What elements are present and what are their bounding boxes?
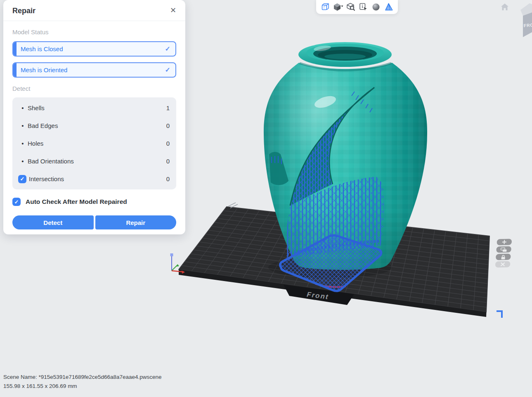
detect-value: 0 <box>166 140 170 147</box>
auto-check-row: ✓ Auto Check After Model Repaired <box>12 198 176 206</box>
select-info-button[interactable] <box>358 2 369 12</box>
view-cube-label: FRONT <box>523 22 532 28</box>
scene-meta: Scene Name: *915e5391e71689fe2ce5d66a8a7… <box>3 373 162 391</box>
scene-dimensions-text: 155.98 x 161.55 x 206.69 mm <box>3 382 162 391</box>
detect-label: Bad Edges <box>28 122 166 129</box>
dropdown-arrow-icon <box>341 6 343 7</box>
model-zoom-button[interactable] <box>345 2 356 12</box>
remove-plate-icon <box>500 262 506 267</box>
duplicate-plate-icon <box>500 247 508 252</box>
bullet-icon: • <box>19 158 26 165</box>
view-toolbar <box>316 0 398 14</box>
detect-label: Bad Orientations <box>28 158 166 165</box>
detect-list: • Shells 1 • Bad Edges 0 • Holes 0 • Bad… <box>12 97 176 189</box>
repair-button[interactable]: Repair <box>95 215 177 229</box>
bullet-icon: • <box>19 140 26 147</box>
plate-actions <box>495 239 512 268</box>
detect-row-intersections: ✓ Intersections 0 <box>19 170 170 188</box>
bullet-icon: • <box>19 122 26 129</box>
detect-button[interactable]: Detect <box>12 215 94 229</box>
checkbox-check-icon: ✓ <box>14 199 19 205</box>
detect-value: 1 <box>166 104 170 111</box>
perspective-view-icon <box>321 2 330 12</box>
detect-row-bad-edges: • Bad Edges 0 <box>19 117 170 135</box>
dialog-body: Model Status Mesh is Closed ✓ Mesh is Or… <box>3 28 185 229</box>
detect-section-label: Detect <box>12 85 176 92</box>
view-cube[interactable]: FRONT <box>520 3 532 37</box>
status-mesh-closed: Mesh is Closed ✓ <box>12 41 176 57</box>
selection-corner-bracket <box>497 310 503 318</box>
scene-name-text: Scene Name: *915e5391e71689fe2ce5d66a8a7… <box>3 373 162 382</box>
shading-mode-button[interactable] <box>333 2 343 12</box>
repair-dialog: Repair ✕ Model Status Mesh is Closed ✓ M… <box>3 0 185 234</box>
bullet-icon: • <box>19 104 26 111</box>
status-accent-bar <box>13 63 17 77</box>
remove-plate-button[interactable] <box>495 261 511 268</box>
check-icon: ✓ <box>165 66 170 74</box>
detect-row-shells: • Shells 1 <box>19 99 170 117</box>
detect-value: 0 <box>166 122 170 129</box>
slice-view-icon <box>384 2 393 12</box>
detect-value: 0 <box>166 158 170 165</box>
dialog-title: Repair <box>12 7 35 15</box>
detect-value: 0 <box>166 175 170 182</box>
status-accent-bar <box>13 42 17 56</box>
slice-view-button[interactable] <box>383 2 394 12</box>
intersections-checkbox[interactable]: ✓ <box>18 175 26 183</box>
add-plate-button[interactable] <box>497 239 512 246</box>
z-axis-head <box>170 253 173 256</box>
vase-rim <box>298 42 392 67</box>
select-info-icon <box>359 2 368 12</box>
detect-label: Intersections <box>29 175 166 182</box>
lock-plate-icon <box>500 254 507 259</box>
auto-check-label: Auto Check After Model Repaired <box>26 198 127 206</box>
home-icon <box>500 2 510 12</box>
home-view-button[interactable] <box>499 2 510 13</box>
material-sphere-button[interactable] <box>371 2 381 12</box>
detect-label: Holes <box>28 140 166 147</box>
detect-row-bad-orientations: • Bad Orientations 0 <box>19 152 170 170</box>
duplicate-plate-button[interactable] <box>496 246 511 253</box>
auto-check-checkbox[interactable]: ✓ <box>12 198 21 206</box>
shading-mode-icon <box>333 2 343 12</box>
model-status-label: Model Status <box>12 28 176 35</box>
status-label: Mesh is Oriented <box>21 66 67 73</box>
material-sphere-icon <box>371 2 381 12</box>
status-mesh-oriented: Mesh is Oriented ✓ <box>12 62 176 78</box>
dialog-header: Repair ✕ <box>3 0 185 21</box>
detect-label: Shells <box>28 104 166 111</box>
status-label: Mesh is Closed <box>21 45 63 52</box>
add-plate-icon <box>501 240 508 244</box>
close-icon[interactable]: ✕ <box>170 6 176 14</box>
perspective-view-button[interactable] <box>320 2 331 12</box>
detect-row-holes: • Holes 0 <box>19 135 170 152</box>
lock-plate-button[interactable] <box>496 254 511 260</box>
dialog-buttons: Detect Repair <box>12 215 176 229</box>
checkbox-check-icon: ✓ <box>20 176 25 182</box>
model-zoom-icon <box>346 2 355 12</box>
check-icon: ✓ <box>165 45 170 53</box>
